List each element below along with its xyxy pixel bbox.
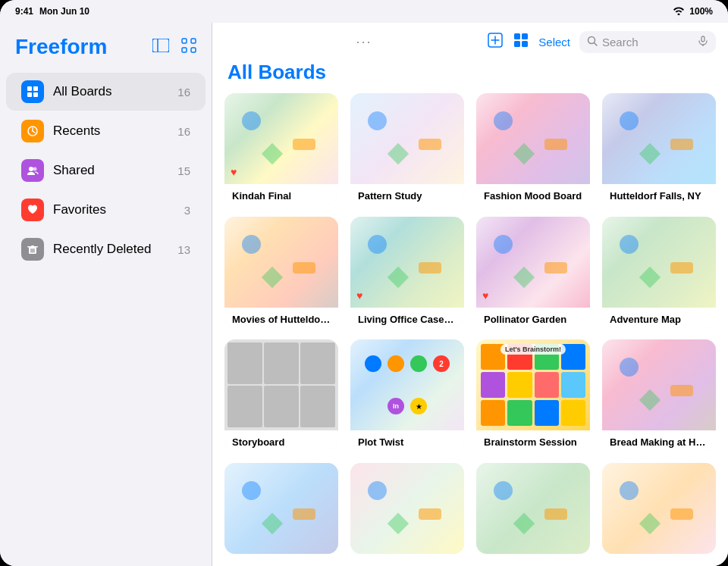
- sidebar-nav: All Boards 16 Recents 16: [0, 71, 212, 270]
- sidebar-item-all-boards[interactable]: All Boards 16: [6, 73, 206, 111]
- sidebar-header: Freeform: [0, 35, 212, 65]
- shared-count: 15: [177, 164, 190, 177]
- select-button[interactable]: Select: [538, 36, 570, 48]
- board-info: Living Office Case Study 6/23/24, 6:43 P…: [350, 308, 464, 328]
- board-thumbnail: 2 In ★: [350, 339, 464, 430]
- favorite-heart: ♥: [356, 289, 362, 302]
- grid-view-button[interactable]: [513, 32, 529, 52]
- board-card[interactable]: [350, 463, 464, 554]
- favorites-count: 3: [184, 204, 190, 217]
- board-thumbnail: [476, 93, 590, 184]
- board-card[interactable]: Hutteldorf Falls, NY Yesterday, 3:17 PM …: [602, 93, 716, 205]
- board-thumbnail: ♥: [350, 217, 464, 308]
- board-card[interactable]: Storyboard 6/23/24, 6:33 PM Danny & Dann…: [224, 339, 338, 451]
- recently-deleted-label: Recently Deleted: [53, 242, 177, 257]
- favorites-icon: [21, 199, 44, 221]
- svg-line-29: [595, 42, 598, 45]
- search-placeholder[interactable]: Search: [602, 36, 639, 48]
- recents-icon: [21, 120, 44, 142]
- shared-label: Shared: [53, 163, 177, 178]
- sidebar-item-favorites[interactable]: Favorites 3: [6, 191, 206, 229]
- device-frame: 9:41 Mon Jun 10 100% Freeform: [0, 0, 728, 566]
- board-thumbnail: [602, 463, 716, 554]
- board-thumbnail: [350, 93, 464, 184]
- sidebar-toggle-icon[interactable]: [152, 39, 169, 56]
- board-date: 6/28/24, 4:30 PM: [232, 327, 331, 328]
- board-card[interactable]: Bread Making at Home 6/23/24, 6:15 PM Jo…: [602, 339, 716, 451]
- svg-rect-24: [514, 33, 520, 39]
- board-info: Movies of Hutteldorf Fa... 6/28/24, 4:30…: [224, 308, 338, 328]
- shared-icon: [21, 159, 44, 182]
- board-card[interactable]: Let's Brainstorm! Brainstorm Session 6/2…: [476, 339, 590, 451]
- board-info: Storyboard 6/23/24, 6:33 PM Danny & Dann…: [224, 430, 338, 451]
- scan-icon[interactable]: [181, 38, 196, 57]
- recents-count: 16: [177, 125, 190, 138]
- board-thumbnail: [224, 339, 338, 430]
- board-name: Living Office Case Study: [358, 314, 457, 325]
- board-name: Pattern Study: [358, 190, 457, 202]
- board-info: Pattern Study Yesterday, 4:12 PM Michell…: [350, 184, 464, 205]
- sidebar-item-recently-deleted[interactable]: Recently Deleted 13: [6, 230, 206, 268]
- board-card[interactable]: [602, 463, 716, 554]
- board-card[interactable]: ♥ Pollinator Garden 6/23/24, 6:36 PM Joa…: [476, 217, 590, 328]
- sidebar: Freeform: [0, 23, 212, 566]
- all-boards-icon: [21, 80, 44, 103]
- board-name: Pollinator Garden: [484, 314, 582, 325]
- board-info: Brainstorm Session 6/23/24, 6:16 PM: [476, 430, 590, 451]
- recently-deleted-icon: [21, 238, 44, 261]
- board-card[interactable]: Movies of Hutteldorf Fa... 6/28/24, 4:30…: [224, 217, 338, 328]
- board-card[interactable]: ♥ Kindah Final Yesterday, 4:15 PM Test &…: [224, 93, 338, 205]
- board-name: Brainstorm Session: [484, 436, 582, 448]
- svg-rect-2: [182, 39, 187, 43]
- svg-rect-6: [27, 86, 32, 91]
- svg-rect-3: [191, 39, 196, 43]
- board-card[interactable]: 2 In ★ Plot Twist 6/23/24, 6:24 PM Danny…: [350, 339, 464, 451]
- board-date: Yesterday, 3:17 PM: [610, 203, 708, 205]
- svg-rect-27: [522, 41, 528, 47]
- content-header: ··· Select: [212, 23, 728, 61]
- wifi-icon: [673, 6, 685, 17]
- board-card[interactable]: Pattern Study Yesterday, 4:12 PM Michell…: [350, 93, 464, 205]
- board-card[interactable]: Fashion Mood Board Yesterday, 4:06 PM Jo…: [476, 93, 590, 205]
- search-icon: [587, 36, 598, 48]
- mic-icon[interactable]: [698, 36, 708, 48]
- svg-point-14: [33, 167, 37, 171]
- board-info: Fashion Mood Board Yesterday, 4:06 PM Jo…: [476, 184, 590, 205]
- board-thumbnail: [224, 463, 338, 554]
- board-name: Hutteldorf Falls, NY: [610, 190, 708, 202]
- board-card[interactable]: [476, 463, 590, 554]
- main-layout: Freeform: [0, 23, 728, 566]
- board-thumbnail: [476, 463, 590, 554]
- new-board-button[interactable]: [487, 32, 504, 52]
- board-name: Movies of Hutteldorf Fa...: [232, 314, 331, 325]
- board-info: Bread Making at Home 6/23/24, 6:15 PM Jo…: [602, 430, 716, 451]
- board-info: Kindah Final Yesterday, 4:15 PM Test & 3…: [224, 184, 338, 205]
- board-card[interactable]: ♥ Living Office Case Study 6/23/24, 6:43…: [350, 217, 464, 328]
- header-dots: ···: [356, 34, 372, 50]
- board-date: Yesterday, 4:06 PM: [484, 203, 582, 205]
- status-bar-right: 100%: [673, 6, 713, 17]
- svg-rect-0: [152, 39, 169, 52]
- board-card[interactable]: Adventure Map 6/23/24, 6:34 PM Danny & D…: [602, 217, 716, 328]
- status-time: 9:41: [15, 6, 33, 17]
- svg-rect-25: [522, 33, 528, 39]
- board-thumbnail: ♥: [476, 217, 590, 308]
- board-thumbnail: [602, 93, 716, 184]
- board-info: Adventure Map 6/23/24, 6:34 PM Danny & D…: [602, 308, 716, 328]
- svg-rect-4: [182, 48, 187, 52]
- svg-point-13: [29, 167, 33, 171]
- board-thumbnail: [224, 217, 338, 308]
- board-card[interactable]: [224, 463, 338, 554]
- sidebar-item-recents[interactable]: Recents 16: [6, 112, 206, 150]
- svg-rect-8: [27, 92, 32, 97]
- search-bar[interactable]: Search: [579, 31, 716, 53]
- svg-rect-17: [27, 246, 38, 248]
- favorite-heart: ♥: [482, 289, 488, 302]
- board-date: Yesterday, 4:12 PM: [358, 203, 457, 205]
- sidebar-item-shared[interactable]: Shared 15: [6, 152, 206, 189]
- status-day: Mon Jun 10: [39, 6, 89, 17]
- boards-grid: ♥ Kindah Final Yesterday, 4:15 PM Test &…: [212, 93, 728, 566]
- board-date: 6/23/24, 6:16 PM: [484, 449, 582, 451]
- board-date: 6/23/24, 6:24 PM: [358, 449, 457, 451]
- favorite-heart: ♥: [231, 166, 237, 178]
